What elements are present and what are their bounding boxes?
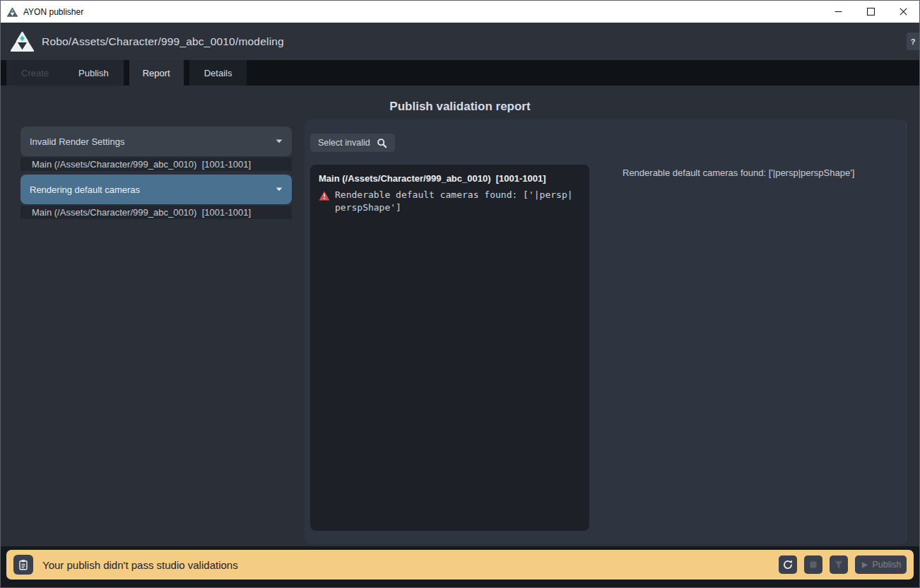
tab-details[interactable]: Details bbox=[189, 60, 247, 86]
app-icon bbox=[7, 7, 18, 17]
validation-message: Your publish didn't pass studio validati… bbox=[42, 559, 238, 571]
stop-button[interactable] bbox=[804, 555, 822, 574]
validation-group-label: Invalid Render Settings bbox=[30, 136, 124, 147]
tab-bar: Create Publish Report Details bbox=[1, 60, 919, 86]
error-message: Renderable default cameras found: ['|per… bbox=[335, 189, 575, 214]
tab-publish[interactable]: Publish bbox=[64, 60, 124, 86]
validate-filter-button[interactable] bbox=[830, 555, 848, 574]
tab-report[interactable]: Report bbox=[129, 60, 184, 86]
validation-detail-panel: Select invalid Main (/Assets/Character/9… bbox=[305, 119, 907, 544]
error-instance-title: Main (/Assets/Character/999_abc_0010) [1… bbox=[319, 173, 581, 184]
ayon-logo bbox=[11, 31, 34, 52]
publish-button[interactable]: Publish bbox=[855, 555, 907, 574]
close-button[interactable] bbox=[887, 1, 919, 23]
refresh-button[interactable] bbox=[779, 555, 797, 574]
validation-group-rendering-default-cameras[interactable]: Rendering default cameras bbox=[20, 175, 292, 204]
validation-message-bar: Your publish didn't pass studio validati… bbox=[6, 550, 914, 580]
footer: Your publish didn't pass studio validati… bbox=[1, 546, 919, 587]
publish-label: Publish bbox=[873, 560, 902, 570]
tab-create[interactable]: Create bbox=[6, 60, 64, 86]
context-header: Robo/Assets/Character/999_abc_0010/model… bbox=[1, 23, 919, 60]
error-detail-card: Main (/Assets/Character/999_abc_0010) [1… bbox=[310, 165, 589, 531]
titlebar: AYON publisher bbox=[1, 1, 919, 23]
ayon-publisher-window: AYON publisher Robo/Ass bbox=[0, 0, 920, 588]
select-invalid-label: Select invalid bbox=[318, 138, 370, 148]
chevron-down-icon bbox=[276, 187, 283, 192]
search-icon bbox=[377, 138, 387, 148]
filter-icon bbox=[834, 560, 844, 570]
maximize-icon bbox=[867, 8, 875, 16]
copy-report-button[interactable] bbox=[13, 555, 33, 575]
refresh-icon bbox=[782, 559, 794, 570]
maximize-button[interactable] bbox=[854, 1, 887, 23]
window-title: AYON publisher bbox=[23, 7, 83, 17]
report-page: Publish validation report Invalid Render… bbox=[1, 86, 919, 546]
page-title: Publish validation report bbox=[1, 100, 919, 114]
instance-item[interactable]: Main (/Assets/Character/999_abc_0010) [1… bbox=[20, 158, 292, 171]
instance-item[interactable]: Main (/Assets/Character/999_abc_0010) [1… bbox=[20, 206, 292, 219]
select-invalid-button[interactable]: Select invalid bbox=[310, 134, 395, 152]
close-icon bbox=[900, 8, 907, 16]
error-row: Renderable default cameras found: ['|per… bbox=[319, 190, 581, 214]
minimize-button[interactable] bbox=[822, 1, 854, 23]
stop-icon bbox=[808, 560, 818, 570]
validation-group-label: Rendering default cameras bbox=[30, 184, 140, 195]
chevron-down-icon bbox=[276, 139, 283, 143]
validation-group-list: Invalid Render Settings Main (/Assets/Ch… bbox=[20, 127, 292, 219]
validation-group-invalid-render-settings[interactable]: Invalid Render Settings bbox=[20, 127, 292, 156]
footer-actions: Publish bbox=[779, 555, 907, 574]
tab-group-create-publish: Create Publish bbox=[6, 60, 124, 86]
help-button[interactable]: ? bbox=[907, 33, 919, 50]
warning-icon bbox=[319, 191, 330, 201]
context-breadcrumb: Robo/Assets/Character/999_abc_0010/model… bbox=[42, 35, 284, 48]
play-icon bbox=[861, 561, 868, 569]
clipboard-icon bbox=[18, 559, 29, 570]
error-description: Renderable default cameras found: ['|per… bbox=[623, 167, 854, 178]
window-controls bbox=[822, 1, 919, 23]
minimize-icon bbox=[835, 8, 842, 16]
